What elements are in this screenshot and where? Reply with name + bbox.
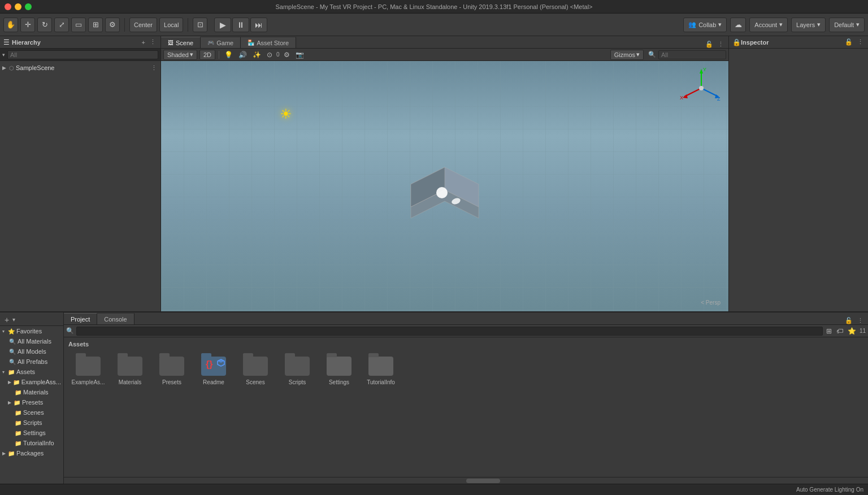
2d-button[interactable]: 2D	[199, 50, 215, 60]
hierarchy-item-samplescene[interactable]: ▶ ⬡ SampleScene ⋮	[0, 62, 160, 73]
move-tool-button[interactable]: ✛	[20, 18, 35, 32]
scene-panel-lock[interactable]: 🔓	[704, 41, 714, 48]
tree-packages[interactable]: ▶ 📁 Packages	[0, 448, 63, 458]
tree-exampleassets[interactable]: ▶ 📁 ExampleAss...	[0, 377, 63, 387]
scene-toolbar: Shaded ▾ 2D 💡 🔊 ✨ ⊙ 0 ⚙ 📷 Gizmos ▾ 🔍	[161, 49, 728, 61]
scene-tab-label: Scene	[176, 40, 193, 46]
view-toggle-1[interactable]: ⊞	[825, 327, 833, 335]
asset-tutorialinfo[interactable]: TutorialInfo	[361, 352, 401, 388]
project-lock-button[interactable]: 🔓	[844, 317, 854, 324]
hierarchy-more-button[interactable]: ⋮	[149, 38, 157, 46]
project-add-button[interactable]: +	[3, 315, 10, 324]
asset-settings-label: Settings	[329, 379, 349, 385]
status-bar: Auto Generate Lighting On	[0, 484, 868, 495]
tab-game[interactable]: 🎮 Game	[201, 37, 241, 48]
asset-materials[interactable]: Materials	[110, 352, 150, 388]
tree-settings[interactable]: 📁 Settings	[0, 428, 63, 438]
asset-scenes[interactable]: Scenes	[236, 352, 275, 388]
horizontal-scrollbar[interactable]	[64, 477, 868, 484]
hierarchy-search-input[interactable]	[7, 50, 158, 59]
packages-label: Packages	[16, 450, 44, 457]
tab-console[interactable]: Console	[97, 313, 134, 324]
asset-scenes-label: Scenes	[246, 379, 264, 385]
minimize-button[interactable]	[15, 3, 21, 10]
asset-scripts[interactable]: Scripts	[277, 352, 317, 388]
effects-toggle[interactable]: ✨	[251, 51, 263, 59]
rotate-tool-button[interactable]: ↻	[37, 18, 52, 32]
rect-tool-button[interactable]: ▭	[71, 18, 86, 32]
project-search-input[interactable]	[76, 327, 823, 336]
scene-camera-options[interactable]: 📷	[294, 51, 306, 59]
step-button[interactable]: ⏭	[250, 18, 267, 32]
project-add-dropdown[interactable]: ▾	[12, 316, 15, 323]
project-tree-header: + ▾	[0, 314, 63, 326]
cloud-button[interactable]: ☁	[730, 18, 746, 32]
readme-cube-icon	[217, 359, 225, 367]
folder-exampleassets-icon	[74, 354, 102, 378]
scrollbar-thumb[interactable]	[466, 479, 500, 483]
search-icon-2: 🔍	[9, 349, 16, 355]
tab-asset-store[interactable]: 🏪 Asset Store	[241, 37, 296, 48]
tree-all-prefabs[interactable]: 🔍 All Prefabs	[0, 357, 63, 367]
audio-toggle[interactable]: 🔊	[237, 51, 249, 59]
collab-button[interactable]: 👥 Collab ▾	[683, 18, 727, 32]
tree-all-materials[interactable]: 🔍 All Materials	[0, 336, 63, 346]
close-button[interactable]	[5, 3, 11, 10]
maximize-button[interactable]	[25, 3, 32, 10]
view-favorites[interactable]: ⭐	[847, 327, 857, 335]
project-tab-bar: Project Console 🔓 ⋮	[64, 312, 868, 325]
project-toolbar: 🔍 ⊞ 🏷 ⭐ 11	[64, 325, 868, 337]
tree-scripts[interactable]: 📁 Scripts	[0, 418, 63, 428]
tree-tutorialinfo[interactable]: 📁 TutorialInfo	[0, 438, 63, 448]
layers-button[interactable]: Layers ▾	[791, 18, 826, 32]
tab-scene[interactable]: 🖼 Scene	[161, 37, 201, 48]
inspector-more-button[interactable]: ⋮	[856, 38, 865, 46]
title-bar: SampleScene - My Test VR Project - PC, M…	[0, 0, 868, 14]
snap-button[interactable]: ⊡	[193, 18, 207, 32]
tree-assets[interactable]: ▾ 📁 Assets	[0, 367, 63, 377]
tree-all-models[interactable]: 🔍 All Models	[0, 346, 63, 357]
collab-dropdown-icon: ▾	[718, 21, 722, 28]
tree-materials[interactable]: 📁 Materials	[0, 387, 63, 397]
pause-button[interactable]: ⏸	[232, 18, 249, 32]
view-toggle-2[interactable]: 🏷	[835, 327, 844, 335]
pivot-mode-button[interactable]: Center	[129, 18, 157, 32]
show-overlay[interactable]: ⊙	[265, 51, 274, 59]
gizmos-label: Gizmos	[614, 51, 635, 58]
scene-more-options[interactable]: ⚙	[282, 51, 292, 59]
inspector-lock-button[interactable]: 🔓	[844, 38, 854, 46]
asset-exampleassets[interactable]: ExampleAs...	[68, 352, 108, 388]
project-more-button[interactable]: ⋮	[856, 317, 865, 324]
packages-icon: 📁	[8, 450, 15, 457]
gizmos-button[interactable]: Gizmos ▾	[610, 50, 644, 60]
account-button[interactable]: Account ▾	[749, 18, 788, 32]
shading-mode-button[interactable]: Shaded ▾	[163, 50, 197, 60]
tree-scenes[interactable]: 📁 Scenes	[0, 407, 63, 418]
layout-button[interactable]: Default ▾	[829, 18, 865, 32]
asset-exampleassets-label: ExampleAs...	[72, 379, 105, 385]
all-models-label: All Models	[18, 348, 46, 355]
scene-view[interactable]: ☀ Y X Z	[161, 61, 728, 311]
pivot-space-button[interactable]: Local	[159, 18, 183, 32]
custom-tool-button[interactable]: ⚙	[105, 18, 120, 32]
scale-tool-button[interactable]: ⤢	[54, 18, 69, 32]
tree-favorites[interactable]: ▾ ⭐ Favorites	[0, 326, 63, 336]
svg-text:Z: Z	[717, 96, 721, 102]
transform-tool-button[interactable]: ⊞	[88, 18, 103, 32]
tab-project[interactable]: Project	[64, 313, 97, 324]
lighting-toggle[interactable]: 💡	[223, 51, 235, 59]
scene-object	[400, 156, 490, 225]
favorites-arrow: ▾	[2, 329, 8, 334]
hand-tool-button[interactable]: ✋	[3, 18, 18, 32]
scene-panel-more[interactable]: ⋮	[717, 41, 725, 48]
asset-presets[interactable]: Presets	[152, 352, 192, 388]
asset-store-tab-label: Asset Store	[257, 40, 289, 46]
play-button[interactable]: ▶	[214, 18, 231, 32]
asset-settings[interactable]: Settings	[319, 352, 359, 388]
hierarchy-add-button[interactable]: +	[141, 38, 146, 46]
favorites-label: Favorites	[16, 328, 42, 335]
asset-readme[interactable]: {} Readme	[194, 352, 233, 388]
tree-presets[interactable]: ▶ 📁 Presets	[0, 397, 63, 407]
scene-more-button[interactable]: ⋮	[150, 64, 158, 72]
scene-search-input[interactable]	[658, 50, 726, 59]
